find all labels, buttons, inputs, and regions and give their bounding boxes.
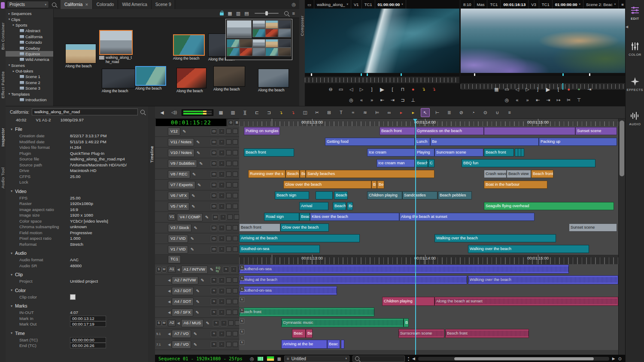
video-audio-toggle-icon[interactable] [257,356,264,361]
track-content-v5[interactable]: ArrivalBeachBeSeagulls flying overhead [239,201,618,212]
track-content-v9[interactable]: Ice cream manBeachCBBQ fun [239,158,618,169]
track-content-tc1[interactable]: 00:01:13:0000:01:14:0000:01:15:00 [239,255,618,265]
go-to-next-edit-button[interactable]: ↦ [555,97,562,103]
fast-forward-button[interactable]: » [524,97,531,103]
monitor-toggle[interactable]: ▭ [211,225,217,231]
tc-label[interactable]: TC1 [487,0,501,9]
clip-gain-toggle[interactable]: s [240,276,244,281]
track-name-edit-icon[interactable]: ✎ [191,193,196,198]
table-view-icon[interactable]: ▦ [228,11,232,16]
timeline-clip-be[interactable]: Be [430,138,539,146]
track-select-button-v12[interactable]: V12 [168,127,180,136]
track-name-edit-icon[interactable]: ✎ [209,267,215,272]
fast-forward-button[interactable]: » [369,97,375,103]
timeline-clip-beach-front[interactable]: Beach front [531,170,553,178]
waveform-toggle[interactable]: ≈ [211,331,217,337]
track-control-toggle[interactable]: ◦ [220,214,226,220]
timeline-clip-kites-over-the-beach[interactable]: Kites over the beach [310,213,399,221]
timeline-clip-putting-on-sunglas[interactable]: Putting on sunglas [244,127,280,135]
timeline-clip-be[interactable]: Be [306,329,313,338]
lock-toggle[interactable] [233,278,238,283]
timeline-clip-arriving-at-the-beach[interactable]: Arriving at the beach [239,234,360,242]
timeline-horizontal-scrollbar[interactable] [418,357,609,361]
track-select-button-v6[interactable]: V6 / VFX [168,192,189,200]
record-arm-toggle[interactable] [226,236,231,241]
gang-button[interactable]: ⊖ [328,87,334,92]
smart-link-lock-button[interactable]: ∞ [385,108,394,117]
lock-toggle[interactable] [233,342,238,347]
motion-mode-button[interactable]: ◎ [504,97,510,103]
tree-item-scene-2[interactable]: Scene 2 [6,80,53,85]
source-timecode[interactable]: 01:00:00:00▾ [375,0,406,9]
timeline-clip-walking-over-the-beach[interactable]: Walking over the beach [468,275,618,284]
section-header-marks[interactable]: ▾Marks [11,303,148,308]
bin-clip-card[interactable]: Along the beach [102,69,135,94]
timeline-clip-beach-front[interactable]: Beach front [484,148,514,157]
track-content-v3[interactable]: Beach frontGlow over the beachSunset sce… [239,223,618,234]
workspace-effects[interactable]: EFFECTS [626,76,644,92]
timeline-clip-beach[interactable]: Beach [299,213,310,221]
track-content-v12[interactable]: Putting on sunglasBeach frontGymnastics … [239,126,618,137]
track-content-v10[interactable]: Beach frontIce creamPlayingSuncream scen… [239,148,618,159]
track-select-button-a8[interactable]: A8 / VO [172,341,191,349]
title-tool-button[interactable]: T [337,108,346,117]
thumb-size-slider[interactable] [253,13,280,14]
track-label[interactable]: V3 [529,0,539,9]
record-arm-toggle[interactable] [226,299,231,304]
track-control-toggle[interactable]: ◦ [219,139,225,145]
zoom-button[interactable]: ⊙ [618,356,622,361]
bin-clip-card[interactable]: Along the beach [176,68,207,94]
bin-clip-card[interactable]: Along the beach [65,44,96,69]
track-control-toggle[interactable]: ◦ [219,193,225,199]
field-value[interactable]: 00:00:26:26 [70,343,106,348]
smart-arrow-button[interactable]: ↖ [421,108,430,117]
timeline-clip-sandcastles[interactable]: Sandcastles [402,191,437,199]
track-select-button-v2[interactable]: V2 / VID [168,235,188,243]
track-content-v7[interactable]: Glow over the beachBBeBoat in the harbou… [239,180,618,191]
lock-toggle[interactable] [233,172,238,177]
track-control-toggle[interactable]: ◦ [219,277,225,284]
lock-toggle[interactable] [233,139,238,145]
play-to-out-button[interactable]: ⊐ [400,97,406,103]
record-arm-toggle[interactable] [226,161,231,166]
go-to-in-button[interactable]: ⇤ [535,97,541,103]
timeline-clip-southend-on-sea[interactable]: Southend-on-sea [239,265,569,274]
clip-name-menu[interactable]: walking_along_▾ [314,0,351,9]
monitor-toggle[interactable]: ▭ [211,235,217,242]
match-frame-button[interactable]: ◫ [301,108,310,117]
timeline-clip-beach[interactable]: Beach [333,202,346,210]
record-position-bar[interactable] [461,73,625,76]
timeline-clip-boat-in-the-harbour[interactable]: Boat in the harbour [484,181,547,189]
source-patch-button[interactable]: V1 [168,214,176,220]
bin-tab-wild-america[interactable]: Wild America [118,0,151,9]
motion-effect-button[interactable]: ◔ [469,108,478,117]
source-scrub-bar[interactable] [305,77,459,83]
timeline-clip-beach-view[interactable]: Beach view [507,170,531,178]
projects-tab-indicator[interactable] [1,2,5,9]
splice-in-button[interactable]: ↴ [420,87,427,92]
lock-toggle[interactable] [233,204,238,209]
timeline-clip-seagulls-flying-overhead[interactable]: Seagulls flying overhead [484,202,614,210]
lock-toggle[interactable] [233,299,238,304]
timeline-clip-beach-sign[interactable]: Beach sign [275,191,309,199]
timeline-clip-beac[interactable]: Beac [327,340,340,349]
track-name-edit-icon[interactable]: ✎ [191,172,197,177]
track-name-edit-icon[interactable]: ✎ [182,129,187,134]
timeline-clip-arriving-at-the-beach[interactable]: Arriving at the beach [239,275,467,284]
go-to-in-button[interactable]: ⇤ [379,97,386,103]
mark-in-button[interactable]: [ [555,87,562,92]
timeline-clip-arriving-at-the-be[interactable]: Arriving at the be [281,340,327,349]
timeline-clip-b[interactable]: B [371,181,377,189]
track-select-button-a7[interactable]: A7 / VO [172,330,191,338]
quick-transition-button[interactable]: ⊞ [325,108,334,117]
monitor-toggle[interactable]: ▭ [211,193,217,199]
track-name-edit-icon[interactable]: ✎ [189,247,195,252]
monitor-toggle[interactable]: ▭ [211,128,217,135]
composer-menu[interactable]: ≡ [619,0,625,9]
timeline-clip-children-playing[interactable]: Children playing [382,297,434,306]
track-name-edit-icon[interactable]: ✎ [192,342,198,347]
waveform-toggle[interactable]: ≈ [213,320,219,326]
timeline-clip-sunscream-scene[interactable]: Sunscream scene [398,329,444,338]
timeline-vertical-scrollbar[interactable] [618,119,625,355]
timeline-clip-c[interactable]: C [428,159,434,167]
